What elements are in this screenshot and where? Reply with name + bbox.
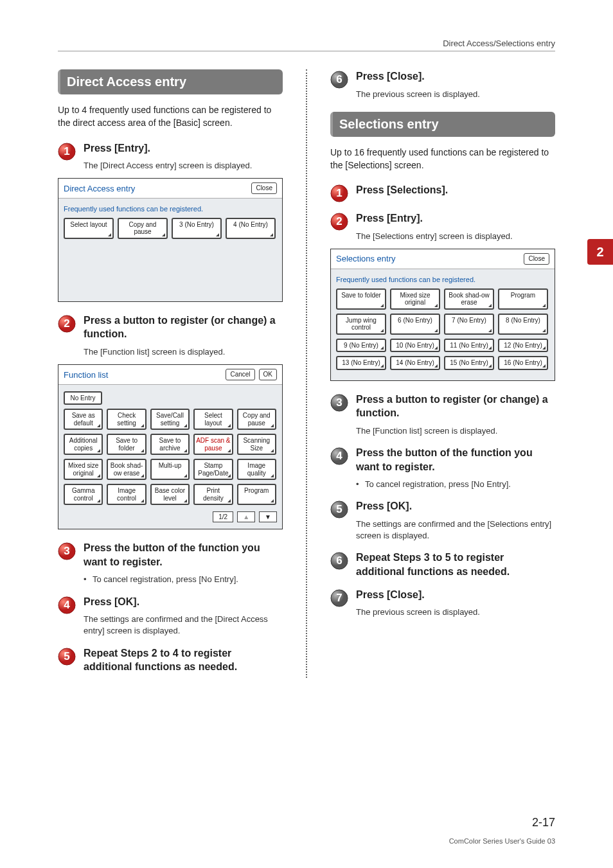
- step-badge-6t: 6: [330, 71, 348, 89]
- r-step-3: 3 Press a button to register (or change)…: [330, 393, 555, 437]
- r-step-badge-5: 5: [330, 500, 348, 518]
- r-step-1-title: Press [Selections].: [356, 183, 555, 197]
- mock-fl-ok: OK: [259, 369, 277, 380]
- step-3: 3 Press the button of the function you w…: [58, 541, 283, 585]
- selections-lead: Up to 16 frequently used functions can b…: [330, 146, 555, 172]
- r-step-badge-1: 1: [330, 184, 348, 202]
- mock-se-btn: Book shad-ow erase: [444, 288, 494, 310]
- mock-fl-pager: 1/2: [213, 511, 233, 522]
- mock-fl-btn: Save to folder: [107, 434, 146, 455]
- r-step-2-title: Press [Entry].: [356, 211, 555, 226]
- mock-fl-btn: Gamma control: [64, 484, 103, 505]
- step-badge-4: 4: [58, 596, 76, 614]
- step-badge-3: 3: [58, 542, 76, 560]
- mock-se-btn: 12 (No Entry): [498, 339, 548, 353]
- r-step-badge-2: 2: [330, 213, 348, 231]
- mock-fl-btn: Mixed size original: [64, 459, 103, 480]
- mock-fl-cancel: Cancel: [226, 369, 254, 380]
- step-3-bullet: To cancel registration, press [No Entry]…: [84, 574, 283, 585]
- step-5: 5 Repeat Steps 2 to 4 to register additi…: [58, 646, 283, 674]
- mock-se-btn: Program: [498, 288, 548, 310]
- mock-fl-btn: Multi-up: [150, 459, 190, 480]
- mock-da-btn: Select layout: [64, 218, 114, 239]
- r-step-badge-6: 6: [330, 552, 348, 570]
- step-4-title: Press [OK].: [84, 595, 283, 609]
- running-head: Direct Access/Selections entry: [58, 39, 555, 48]
- step-4: 4 Press [OK]. The settings are confirmed…: [58, 595, 283, 637]
- mock-fl-btn: Scanning Size: [237, 434, 276, 455]
- mock-da-btn: 4 (No Entry): [226, 218, 276, 239]
- r-step-2: 2 Press [Entry]. The [Selections entry] …: [330, 211, 555, 242]
- mock-da-btn: Copy and pause: [118, 218, 168, 239]
- mock-se-btn: 15 (No Entry): [444, 356, 494, 370]
- step-1-desc: The [Direct Access entry] screen is disp…: [84, 160, 283, 172]
- mock-direct-access: Direct Access entry Close Frequently use…: [58, 178, 283, 302]
- mock-fl-btn: Select layout: [193, 409, 233, 430]
- column-divider: [306, 69, 307, 678]
- step-1-title: Press [Entry].: [84, 141, 283, 155]
- step-6t-desc: The previous screen is displayed.: [356, 89, 555, 100]
- mock-fl-btn: Copy and pause: [237, 409, 276, 430]
- mock-fl-btn: Image quality: [237, 459, 276, 480]
- mock-fl-noentry: No Entry: [64, 391, 102, 405]
- mock-se-close: Close: [524, 253, 549, 265]
- r-step-badge-3: 3: [330, 394, 348, 412]
- section-selections: Selections entry: [330, 112, 555, 137]
- r-step-7-desc: The previous screen is displayed.: [356, 607, 555, 618]
- mock-function-list: Function list Cancel OK No Entry Save as…: [58, 364, 283, 529]
- mock-fl-btn: Save/Call setting: [150, 409, 190, 430]
- step-2-title: Press a button to register (or change) a…: [84, 314, 283, 341]
- step-badge-1: 1: [58, 143, 76, 161]
- step-4-desc: The settings are confirmed and the [Dire…: [84, 614, 283, 637]
- r-step-1: 1 Press [Selections].: [330, 183, 555, 202]
- r-step-5-desc: The settings are confirmed and the [Sele…: [356, 518, 555, 542]
- r-step-badge-7: 7: [330, 589, 348, 607]
- step-6-top: 6 Press [Close]. The previous screen is …: [330, 69, 555, 100]
- mock-fl-btn: Book shad-ow erase: [107, 459, 146, 480]
- mock-se-btn: 16 (No Entry): [498, 356, 548, 370]
- step-5-title: Repeat Steps 2 to 4 to register addition…: [84, 646, 283, 674]
- r-step-3-desc: The [Function list] screen is displayed.: [356, 425, 555, 437]
- mock-fl-btn: Stamp Page/Date: [193, 459, 233, 480]
- mock-fl-btn: Save to archive: [150, 434, 190, 455]
- r-step-3-title: Press a button to register (or change) a…: [356, 393, 555, 420]
- r-step-4: 4 Press the button of the function you w…: [330, 446, 555, 490]
- mock-se-btn: Save to folder: [336, 288, 386, 310]
- mock-se-title: Selections entry: [336, 254, 396, 263]
- mock-se-btn: 10 (No Entry): [390, 339, 440, 353]
- mock-fl-down-icon: ▼: [259, 511, 277, 522]
- r-step-5-title: Press [OK].: [356, 499, 555, 513]
- mock-da-note: Frequently used functions can be registe…: [64, 205, 277, 213]
- r-step-6: 6 Repeat Steps 3 to 5 to register additi…: [330, 551, 555, 578]
- mock-se-btn: 7 (No Entry): [444, 314, 494, 335]
- mock-selections: Selections entry Close Frequently used f…: [330, 249, 555, 381]
- mock-se-btn: 9 (No Entry): [336, 339, 386, 353]
- left-column: Direct Access entry Up to 4 frequently u…: [58, 69, 283, 678]
- header-rule: [58, 51, 555, 51]
- r-step-4-title: Press the button of the function you wan…: [356, 446, 555, 474]
- step-1: 1 Press [Entry]. The [Direct Access entr…: [58, 141, 283, 172]
- mock-fl-btn: ADF scan & pause: [193, 434, 233, 455]
- section-direct-access: Direct Access entry: [58, 69, 283, 94]
- step-badge-5: 5: [58, 648, 76, 666]
- mock-fl-btn: Image control: [107, 484, 146, 505]
- step-3-title: Press the button of the function you wan…: [84, 541, 283, 569]
- step-2-desc: The [Function list] screen is displayed.: [84, 346, 283, 358]
- page-number: 2-17: [532, 816, 555, 829]
- mock-fl-btn: Save as default: [64, 409, 103, 430]
- step-2: 2 Press a button to register (or change)…: [58, 314, 283, 358]
- mock-se-btn: 11 (No Entry): [444, 339, 494, 353]
- mock-se-btn: Mixed size original: [390, 288, 440, 310]
- r-step-7: 7 Press [Close]. The previous screen is …: [330, 588, 555, 619]
- step-6t-title: Press [Close].: [356, 69, 555, 84]
- footer-text: ComColor Series User's Guide 03: [449, 837, 555, 845]
- mock-se-note: Frequently used functions can be registe…: [336, 276, 549, 283]
- mock-fl-btn: Base color level: [150, 484, 190, 505]
- r-step-2-desc: The [Selections entry] screen is display…: [356, 231, 555, 242]
- mock-fl-btn: Program: [237, 484, 276, 505]
- mock-se-btn: 13 (No Entry): [336, 356, 386, 370]
- mock-da-title: Direct Access entry: [64, 184, 135, 193]
- r-step-7-title: Press [Close].: [356, 588, 555, 602]
- mock-da-btn: 3 (No Entry): [172, 218, 222, 239]
- right-column: 6 Press [Close]. The previous screen is …: [330, 69, 555, 678]
